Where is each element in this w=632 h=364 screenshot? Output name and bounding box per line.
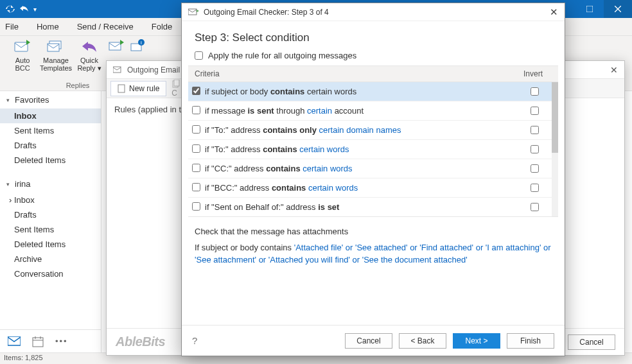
new-rule-button[interactable]: New rule bbox=[110, 81, 166, 96]
more-icon[interactable]: ••• bbox=[55, 336, 68, 346]
menu-home[interactable]: Home bbox=[37, 22, 59, 31]
criteria-checkbox[interactable] bbox=[192, 87, 200, 95]
invert-checkbox[interactable] bbox=[531, 126, 539, 134]
criteria-text: if "BCC:" address contains certain words bbox=[205, 183, 523, 193]
condition-description: Check that the message has attachments I… bbox=[195, 226, 552, 266]
criteria-row[interactable]: if "To:" address contains only certain d… bbox=[188, 121, 552, 140]
wizard-title: Outgoing Email Checker: Step 3 of 4 bbox=[204, 8, 329, 17]
dropdown-icon[interactable]: ▾ bbox=[33, 6, 37, 13]
criteria-row[interactable]: if "Sent on Behalf of:" address is set bbox=[188, 198, 552, 216]
menu-file[interactable]: File bbox=[5, 22, 19, 31]
menu-folder[interactable]: Folde bbox=[152, 22, 173, 31]
mail-shield-icon bbox=[188, 8, 200, 17]
favorites-header[interactable]: Favorites bbox=[0, 91, 101, 108]
criteria-row[interactable]: if "To:" address contains certain words bbox=[188, 140, 552, 159]
invert-checkbox[interactable] bbox=[531, 164, 539, 173]
svg-rect-9 bbox=[8, 336, 21, 345]
apply-all-label: Apply the rule for all outgoing messages bbox=[208, 51, 356, 60]
svg-rect-17 bbox=[174, 80, 179, 86]
criteria-grid[interactable]: if subject or body contains certain word… bbox=[188, 82, 552, 216]
svg-text:i: i bbox=[141, 40, 142, 46]
invert-checkbox[interactable] bbox=[531, 145, 539, 153]
svg-rect-5 bbox=[109, 42, 121, 50]
apply-all-checkbox[interactable] bbox=[195, 51, 203, 60]
criteria-checkbox[interactable] bbox=[192, 183, 200, 191]
invert-checkbox[interactable] bbox=[531, 184, 539, 192]
scrollbar-thumb[interactable] bbox=[552, 82, 558, 153]
criteria-text: if "CC:" address contains certain words bbox=[205, 164, 523, 173]
envelope-send-icon bbox=[109, 39, 127, 55]
criteria-checkbox[interactable] bbox=[192, 125, 200, 134]
criteria-link[interactable]: certain domain names bbox=[319, 125, 401, 135]
criteria-link[interactable]: certain bbox=[307, 106, 332, 116]
next-button[interactable]: Next > bbox=[453, 333, 500, 349]
criteria-row[interactable]: if "CC:" address contains certain words bbox=[188, 159, 552, 178]
criteria-checkbox[interactable] bbox=[192, 144, 200, 153]
sync-icon[interactable] bbox=[5, 4, 15, 14]
manage-templates-button[interactable]: Manage Templates bbox=[41, 39, 71, 72]
envelope-icon bbox=[13, 39, 31, 55]
svg-rect-1 bbox=[586, 6, 593, 12]
close-icon[interactable]: ✕ bbox=[550, 6, 558, 18]
svg-rect-15 bbox=[118, 85, 125, 92]
help-icon[interactable]: ? bbox=[192, 335, 197, 346]
nav-acct-sent[interactable]: Sent Items bbox=[0, 222, 101, 237]
criteria-row[interactable]: if "BCC:" address contains certain words bbox=[188, 178, 552, 198]
criteria-text: if "Sent on Behalf of:" address is set bbox=[205, 202, 523, 212]
invert-checkbox[interactable] bbox=[531, 203, 539, 211]
nav-acct-archive[interactable]: Archive bbox=[0, 252, 101, 266]
ablebits-logo: AbleBits bbox=[116, 334, 165, 349]
finish-button[interactable]: Finish bbox=[507, 333, 554, 349]
criteria-row[interactable]: if subject or body contains certain word… bbox=[188, 82, 552, 101]
rules-dialog-title: Outgoing Email bbox=[127, 65, 180, 74]
mail-shield-icon bbox=[113, 65, 123, 74]
status-item-count: Items: 1,825 bbox=[4, 354, 43, 361]
criteria-header: Criteria Invert bbox=[188, 65, 558, 82]
invert-checkbox[interactable] bbox=[531, 107, 539, 115]
criteria-checkbox[interactable] bbox=[192, 106, 200, 114]
desc-title: Check that the message has attachments bbox=[195, 226, 552, 238]
cancel-button[interactable]: Cancel bbox=[345, 333, 392, 349]
auto-bcc-button[interactable]: Auto BCC bbox=[8, 39, 37, 72]
document-icon bbox=[118, 84, 125, 93]
nav-sent-items[interactable]: Sent Items bbox=[0, 123, 101, 138]
account-header[interactable]: irina bbox=[0, 175, 101, 193]
nav-drafts[interactable]: Drafts bbox=[0, 138, 101, 153]
nav-inbox[interactable]: Inbox bbox=[0, 108, 101, 123]
criteria-link[interactable]: certain words bbox=[299, 144, 349, 154]
reply-icon bbox=[80, 39, 98, 55]
mail-icon[interactable] bbox=[8, 336, 21, 347]
criteria-text: if subject or body contains certain word… bbox=[205, 87, 523, 96]
close-icon[interactable]: ✕ bbox=[610, 65, 618, 75]
window-maximize[interactable] bbox=[575, 0, 604, 18]
wizard-step-heading: Step 3: Select condition bbox=[182, 21, 565, 51]
invert-checkbox[interactable] bbox=[531, 87, 539, 96]
nav-acct-conversation[interactable]: Conversation bbox=[0, 266, 101, 281]
window-close[interactable] bbox=[604, 0, 632, 18]
nav-acct-deleted[interactable]: Deleted Items bbox=[0, 237, 101, 252]
svg-rect-2 bbox=[15, 42, 28, 51]
nav-deleted-items[interactable]: Deleted Items bbox=[0, 153, 101, 168]
criteria-row[interactable]: if message is sent through certain accou… bbox=[188, 101, 552, 121]
criteria-checkbox[interactable] bbox=[192, 164, 200, 172]
quick-access-toolbar: ▾ bbox=[0, 4, 37, 14]
nav-acct-drafts[interactable]: Drafts bbox=[0, 207, 101, 222]
criteria-text: if "To:" address contains only certain d… bbox=[205, 125, 523, 135]
criteria-text: if "To:" address contains certain words bbox=[205, 144, 523, 154]
menu-sendrec[interactable]: Send / Receive bbox=[77, 22, 134, 31]
quick-reply-button[interactable]: Quick Reply ▾ bbox=[75, 39, 104, 72]
rules-cancel-button[interactable]: Cancel bbox=[568, 334, 615, 350]
calendar-icon[interactable] bbox=[32, 336, 44, 347]
nav-acct-inbox[interactable]: › Inbox bbox=[0, 193, 101, 207]
wizard-dialog: Outgoing Email Checker: Step 3 of 4 ✕ St… bbox=[181, 3, 565, 356]
nav-footer: ••• bbox=[0, 329, 101, 352]
svg-rect-4 bbox=[48, 44, 59, 51]
undo-icon[interactable] bbox=[19, 4, 30, 14]
folder-nav: Favorites Inbox Sent Items Drafts Delete… bbox=[0, 91, 101, 352]
criteria-link[interactable]: certain words bbox=[308, 183, 358, 193]
back-button[interactable]: < Back bbox=[399, 333, 446, 349]
criteria-checkbox[interactable] bbox=[192, 202, 200, 211]
envelopes-icon bbox=[47, 39, 65, 55]
svg-rect-10 bbox=[33, 338, 43, 347]
criteria-link[interactable]: certain words bbox=[303, 164, 352, 173]
